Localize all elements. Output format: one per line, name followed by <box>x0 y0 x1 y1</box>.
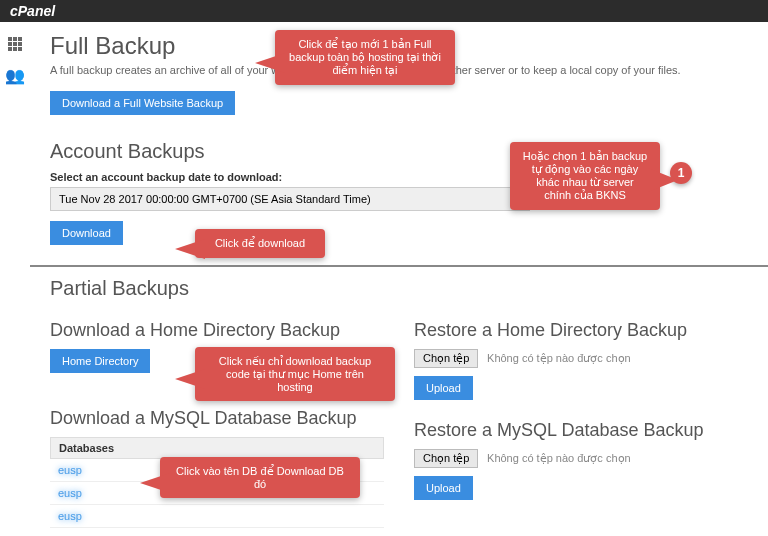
main-content: Full Backup A full backup creates an arc… <box>30 22 768 536</box>
header-bar: cPanel <box>0 0 768 22</box>
choose-file-button-2[interactable]: Chọn tệp <box>414 449 478 468</box>
download-home-title: Download a Home Directory Backup <box>50 320 384 341</box>
download-account-button[interactable]: Download <box>50 221 123 245</box>
no-file-text-2: Không có tệp nào được chọn <box>487 452 631 464</box>
db-link[interactable]: eusp <box>58 464 82 476</box>
callout-account-backup: Hoặc chọn 1 bản backup tự động vào các n… <box>510 142 660 210</box>
db-link[interactable]: eusp <box>58 487 82 499</box>
download-full-backup-button[interactable]: Download a Full Website Backup <box>50 91 235 115</box>
upload-mysql-button[interactable]: Upload <box>414 476 473 500</box>
users-icon[interactable]: 👥 <box>5 66 25 85</box>
restore-mysql-title: Restore a MySQL Database Backup <box>414 420 748 441</box>
callout-db: Click vào tên DB để Download DB đó <box>160 457 360 498</box>
upload-home-button[interactable]: Upload <box>414 376 473 400</box>
restore-home-title: Restore a Home Directory Backup <box>414 320 748 341</box>
db-table-header: Databases <box>50 437 384 459</box>
no-file-text: Không có tệp nào được chọn <box>487 352 631 364</box>
backup-date-select[interactable]: Tue Nov 28 2017 00:00:00 GMT+0700 (SE As… <box>50 187 530 211</box>
db-row: eusp <box>50 505 384 528</box>
brand-logo: cPanel <box>10 3 55 19</box>
choose-file-button[interactable]: Chọn tệp <box>414 349 478 368</box>
sidebar: 👥 <box>0 22 30 536</box>
home-directory-button[interactable]: Home Directory <box>50 349 150 373</box>
apps-icon[interactable] <box>8 37 22 51</box>
db-link[interactable]: eusp <box>58 510 82 522</box>
callout-home-dir: Click nếu chỉ download backup code tại t… <box>195 347 395 401</box>
callout-download: Click để download <box>195 229 325 258</box>
download-mysql-title: Download a MySQL Database Backup <box>50 408 384 429</box>
partial-backups-title: Partial Backups <box>50 277 748 300</box>
callout-full-backup: Click để tạo mới 1 bản Full backup toàn … <box>275 30 455 85</box>
